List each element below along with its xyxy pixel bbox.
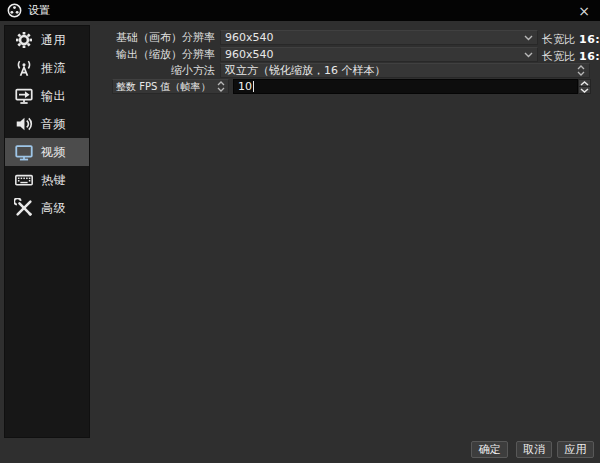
base-resolution-value: 960x540 xyxy=(225,31,520,44)
fps-type-combobox[interactable]: 整数 FPS 值（帧率） xyxy=(112,79,229,94)
base-aspect-ratio: 长宽比16:9 xyxy=(542,32,600,47)
aspect-label: 长宽比 xyxy=(542,33,575,46)
titlebar[interactable]: 设置 × xyxy=(0,0,600,21)
audio-icon xyxy=(14,114,34,134)
aspect-label: 长宽比 xyxy=(542,50,575,63)
aspect-value: 16:9 xyxy=(579,50,600,63)
fps-input[interactable]: 10 xyxy=(233,79,578,94)
gear-icon xyxy=(14,30,34,50)
downscale-filter-label: 缩小方法 xyxy=(93,64,215,78)
apply-button[interactable]: 应用 xyxy=(557,441,594,458)
fps-input-value: 10 xyxy=(238,80,252,93)
advanced-icon xyxy=(14,198,34,218)
output-resolution-value: 960x540 xyxy=(225,48,520,61)
fps-spinner xyxy=(578,79,591,94)
output-resolution-combobox[interactable]: 960x540 xyxy=(220,47,538,62)
chevron-down-icon xyxy=(580,88,589,93)
sidebar-item-label: 输出 xyxy=(41,88,66,105)
spin-down-button[interactable] xyxy=(578,87,591,94)
base-resolution-label: 基础（画布）分辨率 xyxy=(93,31,215,45)
obs-logo-icon xyxy=(7,3,22,18)
chevron-updown-icon xyxy=(217,81,225,92)
cancel-button[interactable]: 取消 xyxy=(516,441,552,458)
chevron-down-icon xyxy=(524,35,533,41)
output-icon xyxy=(14,86,34,106)
sidebar-item-stream[interactable]: 推流 xyxy=(5,54,89,82)
ok-button[interactable]: 确定 xyxy=(471,441,508,458)
sidebar-item-label: 推流 xyxy=(41,60,66,77)
fps-type-value: 整数 FPS 值（帧率） xyxy=(116,80,213,94)
chevron-up-icon xyxy=(580,81,589,86)
sidebar-item-label: 通用 xyxy=(41,32,66,49)
sidebar-item-label: 高级 xyxy=(41,200,66,217)
sidebar-item-audio[interactable]: 音频 xyxy=(5,110,89,138)
close-button[interactable]: × xyxy=(568,0,600,21)
downscale-filter-combobox[interactable]: 双立方（锐化缩放，16 个样本） xyxy=(220,63,590,78)
text-caret xyxy=(253,81,254,92)
output-resolution-label: 输出（缩放）分辨率 xyxy=(93,48,215,62)
sidebar-item-label: 视频 xyxy=(41,144,66,161)
sidebar-item-label: 热键 xyxy=(41,172,66,189)
chevron-down-icon xyxy=(524,52,533,58)
hotkeys-icon xyxy=(14,170,34,190)
sidebar-item-video[interactable]: 视频 xyxy=(5,138,89,166)
chevron-updown-icon xyxy=(577,65,585,76)
sidebar-item-general[interactable]: 通用 xyxy=(5,26,89,54)
sidebar-item-label: 音频 xyxy=(41,116,66,133)
broadcast-icon xyxy=(14,58,34,78)
sidebar-item-output[interactable]: 输出 xyxy=(5,82,89,110)
window-title: 设置 xyxy=(28,3,50,18)
downscale-filter-value: 双立方（锐化缩放，16 个样本） xyxy=(225,63,573,78)
base-resolution-combobox[interactable]: 960x540 xyxy=(220,30,538,45)
sidebar-item-advanced[interactable]: 高级 xyxy=(5,194,89,222)
settings-dialog: 设置 × 通用 推流 xyxy=(0,0,600,463)
aspect-value: 16:9 xyxy=(579,33,600,46)
sidebar-item-hotkeys[interactable]: 热键 xyxy=(5,166,89,194)
video-icon xyxy=(14,142,34,162)
sidebar: 通用 推流 输出 xyxy=(4,25,90,438)
output-aspect-ratio: 长宽比16:9 xyxy=(542,49,600,64)
spin-up-button[interactable] xyxy=(578,79,591,87)
